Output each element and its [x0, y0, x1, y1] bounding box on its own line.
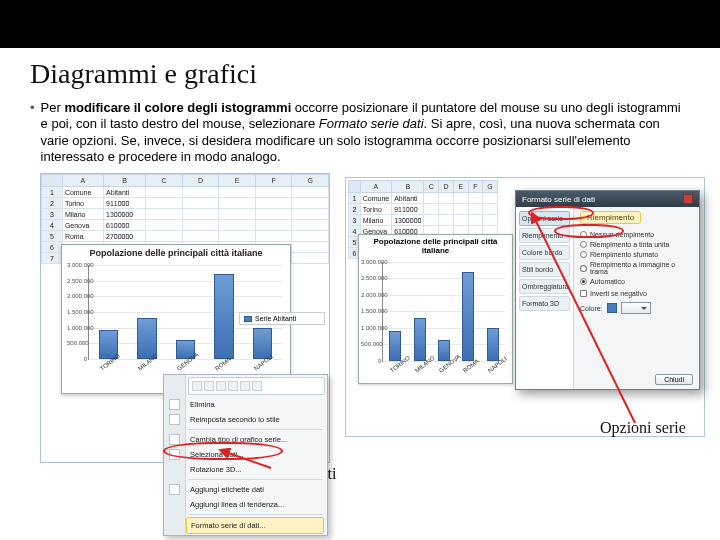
- cell: [219, 220, 256, 231]
- top-bar: [0, 0, 720, 48]
- close-button[interactable]: Chiudi: [655, 374, 693, 385]
- cell: [255, 187, 292, 198]
- cell: Milano: [62, 209, 103, 220]
- cell: [292, 187, 329, 198]
- row-number: 4: [42, 220, 63, 231]
- cell: [482, 215, 497, 226]
- cell: [468, 215, 482, 226]
- mini-toolbar[interactable]: [188, 377, 325, 395]
- row-number: 1: [42, 187, 63, 198]
- cell: Abitanti: [103, 187, 145, 198]
- highlight-oval-riempimento: [554, 224, 624, 238]
- menu-item[interactable]: Aggiungi etichette dati: [164, 482, 327, 497]
- cell: 911000: [392, 204, 424, 215]
- cell: [292, 198, 329, 209]
- slide-title: Diagrammi e grafici: [30, 58, 690, 90]
- cell: [182, 187, 219, 198]
- menu-item[interactable]: Elimina: [164, 397, 327, 412]
- cell: [182, 209, 219, 220]
- dialog-title: Formato serie di dati: [522, 195, 595, 204]
- menu-icon: [169, 399, 180, 410]
- chart-title: Popolazione delle principali città itali…: [362, 238, 509, 256]
- cell: Torino: [360, 204, 391, 215]
- menu-label: Aggiungi linea di tendenza...: [190, 500, 284, 509]
- col-header: G: [292, 175, 329, 187]
- col-header: C: [146, 175, 183, 187]
- bar: [438, 340, 450, 360]
- menu-item[interactable]: Formato serie di dati...: [186, 517, 324, 534]
- text-italic: Formato serie dati: [319, 116, 424, 131]
- row-number: 5: [42, 231, 63, 242]
- cell: [182, 198, 219, 209]
- cell: [255, 220, 292, 231]
- cell: Comune: [62, 187, 103, 198]
- row-number: 3: [42, 209, 63, 220]
- highlight-oval-formato: [163, 442, 283, 460]
- col-header: C: [424, 181, 439, 193]
- legend-swatch: [244, 316, 252, 322]
- cell: [292, 220, 329, 231]
- cell: [439, 193, 454, 204]
- col-header: A: [360, 181, 391, 193]
- cell: [439, 204, 454, 215]
- text-bold: modificare il colore degli istogrammi: [64, 100, 291, 115]
- body-paragraph: • Per modificare il colore degli istogra…: [30, 100, 690, 165]
- chart-plot-area: 0500.0001.000.0001.500.0002.000.0002.500…: [382, 262, 505, 362]
- cell: [182, 231, 219, 242]
- cell: [468, 193, 482, 204]
- cell: [454, 193, 469, 204]
- row-number: 7: [42, 253, 63, 264]
- cell: Torino: [62, 198, 103, 209]
- cell: [255, 198, 292, 209]
- menu-label: Reimposta secondo lo stile: [190, 415, 280, 424]
- bar: [214, 274, 233, 359]
- cell: 1300000: [103, 209, 145, 220]
- menu-icon: [169, 434, 180, 445]
- svg-line-1: [532, 213, 635, 423]
- menu-item[interactable]: Reimposta secondo lo stile: [164, 412, 327, 427]
- menu-icon: [169, 484, 180, 495]
- menu-item[interactable]: Aggiungi linea di tendenza...: [164, 497, 327, 512]
- cell: 610000: [103, 220, 145, 231]
- cell: 911000: [103, 198, 145, 209]
- col-header: G: [482, 181, 497, 193]
- bar: [462, 272, 474, 361]
- col-header: B: [392, 181, 424, 193]
- cell: [468, 204, 482, 215]
- col-header: A: [62, 175, 103, 187]
- bar: [414, 318, 426, 361]
- cell: [219, 231, 256, 242]
- cell: [292, 231, 329, 242]
- cell: [439, 215, 454, 226]
- bullet-dot: •: [30, 100, 35, 165]
- chart-legend: Serie Abitanti: [239, 312, 325, 325]
- bar: [487, 328, 499, 361]
- left-screenshot: ABCDEFG 1ComuneAbitanti2Torino9110003Mil…: [40, 173, 330, 463]
- menu-label: Formato serie di dati...: [191, 521, 266, 530]
- bar: [389, 331, 401, 361]
- cell: [424, 204, 439, 215]
- embedded-chart-right: Popolazione delle principali città itali…: [358, 234, 513, 384]
- close-icon[interactable]: [683, 194, 693, 204]
- cell: [219, 209, 256, 220]
- cell: Comune: [360, 193, 391, 204]
- row-number: 2: [42, 198, 63, 209]
- chart-title: Popolazione delle principali città itali…: [66, 249, 286, 259]
- menu-icon: [169, 414, 180, 425]
- menu-label: Aggiungi etichette dati: [190, 485, 264, 494]
- cell: [146, 220, 183, 231]
- cell: Abitanti: [392, 193, 424, 204]
- cell: Milano: [360, 215, 391, 226]
- cell: [292, 253, 329, 264]
- cell: [292, 242, 329, 253]
- legend-label: Serie Abitanti: [255, 315, 296, 322]
- cell: [146, 209, 183, 220]
- col-header: F: [468, 181, 482, 193]
- cell: [454, 204, 469, 215]
- cell: [219, 187, 256, 198]
- cell: [219, 198, 256, 209]
- cell: Genova: [62, 220, 103, 231]
- cell: [255, 209, 292, 220]
- row-number: 2: [349, 204, 361, 215]
- arrow-icon: [510, 208, 640, 428]
